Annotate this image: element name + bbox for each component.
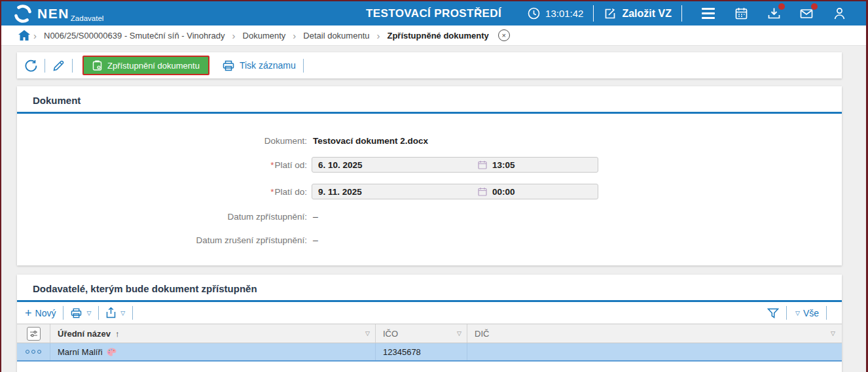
export-icon xyxy=(106,307,116,318)
supplier-row[interactable]: Marní Malíři 12345678 xyxy=(17,343,842,362)
plus-icon: + xyxy=(25,307,32,319)
plati-od-date-value[interactable]: 6. 10. 2025 xyxy=(312,160,478,170)
document-section: Dokument Dokument: Testovací dokument 2.… xyxy=(17,86,842,265)
divider xyxy=(72,59,73,73)
sort-ascending-icon: ↑ xyxy=(115,329,120,339)
column-label: Úřední název xyxy=(58,329,111,339)
create-vz-button[interactable]: Založit VZ xyxy=(604,7,672,20)
action-toolbar: Zpřístupnění dokumentu Tisk záznamu xyxy=(17,52,842,78)
column-header-ico[interactable]: IČO ▽ xyxy=(376,324,467,343)
printer-icon xyxy=(223,60,234,71)
plati-do-datetime-input[interactable]: 9. 11. 2025 00:00 xyxy=(312,184,598,199)
calendar-icon[interactable] xyxy=(733,6,749,22)
dropdown-caret-icon: ▽ xyxy=(795,310,800,316)
suppliers-section-title: Dodavatelé, kterým bude dokument zpřístu… xyxy=(17,275,842,300)
refresh-icon[interactable] xyxy=(25,59,37,72)
divider xyxy=(681,5,682,22)
supplier-ico-cell: 12345678 xyxy=(376,343,467,360)
view-all-dropdown[interactable]: ▽ Vše xyxy=(794,308,819,318)
print-menu-button[interactable]: ▽ xyxy=(71,308,91,318)
dropdown-caret-icon: ▽ xyxy=(120,310,125,316)
brand-name: NEN xyxy=(37,7,69,20)
view-all-label: Vše xyxy=(803,308,819,318)
clock-time: 13:01:42 xyxy=(545,8,583,19)
breadcrumb-item-dokumenty[interactable]: Dokumenty xyxy=(243,31,286,41)
datum-zruseni-label: Datum zrušení zpřístupnění: xyxy=(17,235,307,245)
breadcrumb: › N006/25/S00000639 - Smuteční síň - Vin… xyxy=(1,25,866,46)
clock-display: 13:01:42 xyxy=(528,7,583,20)
notification-badge xyxy=(778,3,785,10)
plati-od-time-value[interactable]: 13:05 xyxy=(492,160,515,170)
divider xyxy=(303,59,304,73)
datum-zpristupneni-value: – xyxy=(313,211,318,222)
downloads-icon[interactable] xyxy=(766,6,782,22)
printer-icon xyxy=(71,308,82,318)
column-filter-icon[interactable]: ▽ xyxy=(831,330,835,337)
brand-role: Zadavatel xyxy=(71,14,104,22)
divider xyxy=(826,306,827,320)
filter-button[interactable] xyxy=(767,308,779,318)
field-row-plati-od: *Platí od: 6. 10. 2025 13:05 xyxy=(17,157,842,173)
column-filter-icon[interactable]: ▽ xyxy=(457,330,461,337)
nen-swirl-icon xyxy=(13,4,33,24)
close-tab-icon[interactable]: × xyxy=(498,29,510,41)
plati-od-datetime-input[interactable]: 6. 10. 2025 13:05 xyxy=(312,157,598,173)
datum-zruseni-value: – xyxy=(313,235,318,245)
home-icon[interactable] xyxy=(18,30,30,41)
new-supplier-button[interactable]: + Nový xyxy=(25,307,56,319)
column-settings-icon[interactable] xyxy=(27,327,41,341)
menu-icon[interactable] xyxy=(700,6,716,22)
column-header-nazev[interactable]: Úřední název ↑ ▽ xyxy=(50,324,376,343)
breadcrumb-item-detail[interactable]: Detail dokumentu xyxy=(303,31,369,41)
notification-badge xyxy=(811,3,818,10)
plati-do-label: *Platí do: xyxy=(17,187,307,197)
new-supplier-label: Nový xyxy=(35,308,56,318)
divider xyxy=(132,306,133,320)
print-record-button[interactable]: Tisk záznamu xyxy=(223,60,296,71)
breadcrumb-separator-icon: › xyxy=(33,30,37,41)
divider xyxy=(593,5,594,22)
column-config-cell xyxy=(17,324,50,343)
access-document-button[interactable]: Zpřístupnění dokumentu xyxy=(82,56,209,75)
suppliers-table-header: Úřední název ↑ ▽ IČO ▽ DIČ ▽ xyxy=(17,324,842,343)
mail-icon[interactable] xyxy=(799,6,814,22)
divider xyxy=(63,306,63,320)
plati-od-label: *Platí od: xyxy=(17,160,307,170)
print-record-label: Tisk záznamu xyxy=(240,60,296,71)
edit-pencil-icon[interactable] xyxy=(52,59,65,72)
nen-logo[interactable]: NEN Zadavatel xyxy=(13,4,103,24)
dropdown-caret-icon: ▽ xyxy=(86,310,91,316)
column-filter-icon[interactable]: ▽ xyxy=(365,330,370,337)
required-marker: * xyxy=(270,187,274,197)
breadcrumb-item-current[interactable]: Zpřístupněné dokumenty xyxy=(387,31,488,41)
clock-icon xyxy=(528,7,540,20)
breadcrumb-item-procedure[interactable]: N006/25/S00000639 - Smuteční síň - Vinoh… xyxy=(44,31,225,41)
breadcrumb-separator-icon: › xyxy=(376,30,380,41)
dokument-label: Dokument: xyxy=(17,136,307,146)
dokument-value: Testovací dokument 2.docx xyxy=(313,136,428,146)
calendar-picker-icon[interactable] xyxy=(478,160,487,169)
palette-icon xyxy=(107,348,117,356)
column-label: IČO xyxy=(383,329,398,339)
user-profile-icon[interactable] xyxy=(831,6,847,22)
plati-do-time-value[interactable]: 00:00 xyxy=(492,187,515,197)
column-header-dic[interactable]: DIČ ▽ xyxy=(467,324,842,343)
top-bar: NEN Zadavatel TESTOVACÍ PROSTŘEDÍ 13:01:… xyxy=(1,1,866,25)
breadcrumb-separator-icon: › xyxy=(232,30,236,41)
divider xyxy=(45,59,45,73)
export-menu-button[interactable]: ▽ xyxy=(106,307,125,318)
suppliers-table: Úřední název ↑ ▽ IČO ▽ DIČ ▽ xyxy=(17,324,842,362)
page-content: Zpřístupnění dokumentu Tisk záznamu Doku… xyxy=(1,46,866,372)
required-marker: * xyxy=(270,160,274,170)
field-row-datum-zpristupneni: Datum zpřístupnění: – xyxy=(17,209,842,224)
row-menu-icon[interactable] xyxy=(26,350,41,354)
suppliers-grid-toolbar: + Nový ▽ xyxy=(17,302,842,324)
datum-zpristupneni-label: Datum zpřístupnění: xyxy=(17,212,307,222)
divider xyxy=(98,306,99,320)
divider xyxy=(786,306,787,320)
field-row-plati-do: *Platí do: 9. 11. 2025 00:00 xyxy=(17,184,842,199)
edit-square-icon xyxy=(604,7,617,20)
calendar-picker-icon[interactable] xyxy=(478,187,487,196)
plati-do-date-value[interactable]: 9. 11. 2025 xyxy=(312,187,478,197)
field-row-dokument: Dokument: Testovací dokument 2.docx xyxy=(17,133,842,148)
